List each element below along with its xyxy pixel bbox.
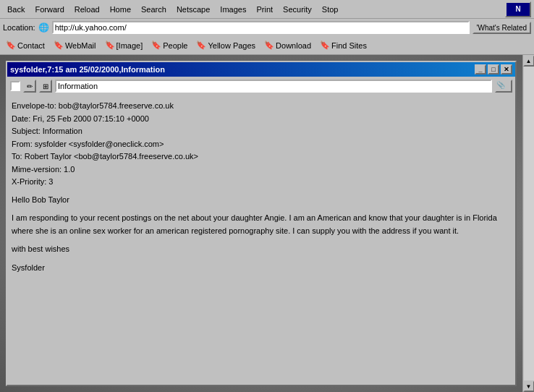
print-button[interactable]: Print bbox=[252, 4, 277, 15]
to-header: To: Robert Taylor <bob@taylor5784.freese… bbox=[12, 150, 511, 163]
page-scrollbar[interactable]: ▲ ▼ bbox=[522, 55, 534, 392]
whats-related-button[interactable]: 'What's Related bbox=[472, 22, 531, 34]
subject-header: Subject: Information bbox=[12, 125, 511, 137]
security-button[interactable]: Security bbox=[279, 4, 316, 15]
location-bar: Location: 🌐 'What's Related bbox=[0, 19, 534, 36]
image-icon: 🔖 bbox=[105, 41, 115, 50]
attach-button[interactable]: 📎 bbox=[495, 80, 512, 93]
images-button[interactable]: Images bbox=[216, 4, 250, 15]
mime-header: Mime-version: 1.0 bbox=[12, 163, 511, 176]
webmail-icon: 🔖 bbox=[54, 41, 64, 50]
contact-bookmark[interactable]: 🔖 Contact bbox=[3, 40, 48, 51]
pencil-icon[interactable]: ✏ bbox=[23, 80, 36, 93]
greeting: Hello Bob Taylor bbox=[12, 194, 511, 207]
subject-field[interactable] bbox=[55, 80, 492, 93]
email-window-title: sysfolder,7:15 am 25/02/2000,Information bbox=[10, 65, 165, 74]
webmail-label: WebMail bbox=[65, 41, 96, 50]
browser-chrome: Back Forward Reload Home Search Netscape… bbox=[0, 0, 534, 55]
location-icon: 🌐 bbox=[38, 22, 49, 33]
location-input[interactable] bbox=[52, 21, 470, 34]
date-header: Date: Fri, 25 Feb 2000 07:15:10 +0000 bbox=[12, 113, 511, 125]
home-button[interactable]: Home bbox=[106, 4, 135, 15]
find-sites-label: Find Sites bbox=[331, 41, 367, 50]
download-icon: 🔖 bbox=[264, 41, 274, 50]
main-content: ▲ ▼ sysfolder,7:15 am 25/02/2000,Informa… bbox=[0, 55, 534, 392]
find-sites-icon: 🔖 bbox=[320, 41, 330, 50]
body-paragraph-1: I am responding to your recent postings … bbox=[12, 212, 511, 237]
yellow-pages-icon: 🔖 bbox=[196, 41, 206, 50]
webmail-bookmark[interactable]: 🔖 WebMail bbox=[51, 40, 99, 51]
bookmarks-bar: 🔖 Contact 🔖 WebMail 🔖 [Image] 🔖 People 🔖… bbox=[0, 36, 534, 55]
download-bookmark[interactable]: 🔖 Download bbox=[261, 40, 314, 51]
search-button[interactable]: Search bbox=[137, 4, 171, 15]
reload-button[interactable]: Reload bbox=[70, 4, 104, 15]
forward-button[interactable]: Forward bbox=[30, 4, 68, 15]
main-toolbar: Back Forward Reload Home Search Netscape… bbox=[0, 0, 534, 19]
contact-label: Contact bbox=[17, 41, 45, 50]
minimize-button[interactable]: _ bbox=[475, 64, 486, 74]
contact-icon: 🔖 bbox=[6, 41, 16, 50]
email-window: sysfolder,7:15 am 25/02/2000,Information… bbox=[6, 61, 517, 386]
yellow-pages-bookmark[interactable]: 🔖 Yellow Pages bbox=[193, 40, 258, 51]
scroll-track[interactable] bbox=[524, 67, 534, 380]
netscape-button[interactable]: Netscape bbox=[172, 4, 214, 15]
find-sites-bookmark[interactable]: 🔖 Find Sites bbox=[317, 40, 370, 51]
grid-icon[interactable]: ⊞ bbox=[39, 80, 52, 93]
close-button[interactable]: ✕ bbox=[501, 64, 512, 74]
email-body: Envelope-to: bob@taylor5784.freeserve.co… bbox=[7, 97, 515, 385]
email-titlebar: sysfolder,7:15 am 25/02/2000,Information… bbox=[7, 62, 515, 77]
email-toolbar: ✏ ⊞ 📎 bbox=[7, 77, 515, 97]
image-label: [Image] bbox=[116, 41, 143, 50]
location-label: Location: bbox=[3, 23, 35, 32]
window-controls: _ □ ✕ bbox=[475, 64, 512, 74]
priority-header: X-Priority: 3 bbox=[12, 176, 511, 188]
body-paragraph-2: with best wishes bbox=[12, 243, 511, 256]
image-bookmark[interactable]: 🔖 [Image] bbox=[102, 40, 146, 51]
netscape-logo: N bbox=[505, 1, 531, 17]
people-bookmark[interactable]: 🔖 People bbox=[148, 40, 190, 51]
scroll-up-button[interactable]: ▲ bbox=[523, 55, 535, 67]
from-header: From: sysfolder <sysfolder@oneclick.com> bbox=[12, 138, 511, 150]
stop-button[interactable]: Stop bbox=[318, 4, 343, 15]
yellow-pages-label: Yellow Pages bbox=[208, 41, 255, 50]
scroll-down-button[interactable]: ▼ bbox=[523, 380, 535, 392]
email-checkbox[interactable] bbox=[10, 81, 20, 91]
envelope-to-header: Envelope-to: bob@taylor5784.freeserve.co… bbox=[12, 100, 511, 112]
maximize-button[interactable]: □ bbox=[488, 64, 499, 74]
download-label: Download bbox=[276, 41, 311, 50]
people-label: People bbox=[163, 41, 187, 50]
body-paragraph-3: Sysfolder bbox=[12, 262, 511, 275]
people-icon: 🔖 bbox=[151, 41, 161, 50]
back-button[interactable]: Back bbox=[3, 4, 29, 15]
